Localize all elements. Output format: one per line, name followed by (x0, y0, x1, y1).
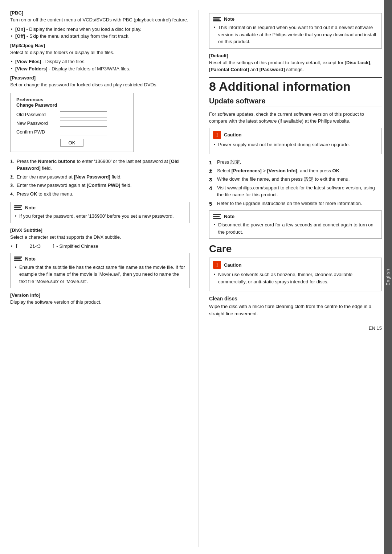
note-text-update: Disconnect the power cord for a few seco… (213, 221, 378, 235)
care-heading: Care (209, 243, 382, 255)
old-password-input[interactable] (60, 111, 107, 118)
change-password-dialog: Preferences Change Password Old Password… (10, 93, 134, 152)
caution-label-care: Caution (224, 262, 241, 268)
pbc-title: [PBC] (10, 10, 190, 16)
list-item: [View Files] - Display all the files. (10, 58, 190, 65)
note-icon-1 (14, 205, 22, 210)
caution-text-care: Never use solvents such as benzene, thin… (213, 271, 378, 285)
list-item: 2.Enter the new password at [New Passwor… (10, 173, 190, 181)
clean-discs-description: Wipe the disc with a micro fibre cleanin… (209, 303, 382, 317)
list-item: 1.Press the Numeric buttons to enter '13… (10, 158, 190, 172)
pbc-section: [PBC] Turn on or off the content menu of… (10, 10, 190, 40)
dialog-ok-row: OK (16, 139, 127, 147)
right-column: Note This information is required when y… (199, 10, 382, 547)
note-header-2: Note (14, 256, 186, 262)
caution-list-software: Power supply must not be interrupted dur… (213, 141, 378, 148)
note-text-2: Ensure that the subtitle file has the ex… (14, 264, 186, 285)
mp3-title: [Mp3/Jpeg Nav] (10, 43, 190, 48)
note-box-update: Note Disconnect the power cord for a few… (209, 210, 382, 239)
caution-icon-care: ! (213, 261, 221, 269)
update-software-heading: Update software (209, 97, 382, 107)
divx-description: Select a character set that supports the… (10, 234, 190, 241)
divx-list: [ 2i<3 ] - Simplified Chinese (10, 243, 190, 250)
note-label-update: Note (224, 214, 234, 219)
page-number: EN 15 (369, 325, 382, 331)
password-title: [Password] (10, 75, 190, 81)
step-4: 4Visit www.philips.com/support to check … (209, 184, 382, 198)
confirm-pwd-row: Confirm PWD (16, 129, 127, 135)
list-item: [On] - Display the index menu when you l… (10, 26, 190, 33)
divx-title: [DivX Subtitle] (10, 227, 190, 233)
note-list-2: Ensure that the subtitle file has the ex… (14, 264, 186, 285)
note-label-2: Note (25, 256, 36, 262)
page-footer: EN 15 (209, 323, 382, 331)
note-list-update: Disconnect the power cord for a few seco… (213, 221, 378, 235)
caution-list-care: Never use solvents such as benzene, thin… (213, 271, 378, 285)
side-language-tab: English (384, 0, 392, 554)
note-box-1: Note If you forget the password, enter '… (10, 202, 190, 223)
dialog-title: Preferences Change Password (16, 97, 127, 108)
caution-header-software: ! Caution (213, 131, 378, 139)
caution-text-software: Power supply must not be interrupted dur… (213, 141, 378, 148)
clean-discs-section: Clean discs Wipe the disc with a micro f… (209, 296, 382, 317)
caution-icon-software: ! (213, 131, 221, 139)
new-password-label: New Password (16, 120, 60, 126)
update-software-section: Update software For software updates, ch… (209, 97, 382, 239)
caution-box-care: ! Caution Never use solvents such as ben… (209, 258, 382, 291)
step-5: 5Refer to the upgrade instructions on th… (209, 200, 382, 207)
old-password-row: Old Password (16, 111, 127, 118)
note-icon-update (213, 214, 221, 219)
caution-box-software: ! Caution Power supply must not be inter… (209, 128, 382, 155)
password-instructions: 1.Press the Numeric buttons to enter '13… (10, 158, 190, 198)
caution-header-care: ! Caution (213, 261, 378, 269)
note-label-top: Note (224, 16, 234, 22)
note-header-top: Note (213, 16, 378, 22)
confirm-pwd-label: Confirm PWD (16, 129, 60, 135)
mp3-description: Select to display the folders or display… (10, 49, 190, 56)
password-section: [Password] Set or change the password fo… (10, 75, 190, 89)
new-password-input[interactable] (60, 120, 107, 127)
note-list-top: This information is required when you wa… (213, 24, 378, 45)
new-password-row: New Password (16, 120, 127, 127)
chapter-title: Additional information (219, 79, 351, 93)
right-col-top: Note This information is required when y… (209, 13, 382, 73)
pbc-description: Turn on or off the content menu of VCDs/… (10, 16, 190, 24)
mp3-section: [Mp3/Jpeg Nav] Select to display the fol… (10, 43, 190, 73)
clean-discs-heading: Clean discs (209, 296, 382, 301)
left-column: [PBC] Turn on or off the content menu of… (10, 10, 199, 547)
chapter-number: 8 (209, 79, 216, 93)
update-steps: 1Press 設定. 2Select [Preferences] > [Vers… (209, 159, 382, 207)
list-item: [View Folders] - Display the folders of … (10, 65, 190, 73)
default-description: Reset all the settings of this product t… (209, 59, 382, 73)
ok-button[interactable]: OK (60, 139, 84, 147)
note-header-1: Note (14, 205, 186, 210)
divx-section: [DivX Subtitle] Select a character set t… (10, 227, 190, 250)
version-description: Display the software version of this pro… (10, 299, 190, 306)
note-list-1: If you forget the password, enter '13690… (14, 213, 186, 220)
divx-item: [ 2i<3 ] - Simplified Chinese (10, 243, 190, 250)
mp3-list: [View Files] - Display all the files. [V… (10, 58, 190, 72)
note-label-1: Note (25, 205, 36, 210)
step-1: 1Press 設定. (209, 159, 382, 166)
note-box-top: Note This information is required when y… (209, 13, 382, 49)
note-box-2: Note Ensure that the subtitle file has t… (10, 253, 190, 288)
care-section: Care ! Caution Never use solvents such a… (209, 243, 382, 317)
default-section: [Default] Reset all the settings of this… (209, 53, 382, 73)
version-title: [Version Info] (10, 292, 190, 298)
note-text-1: If you forget the password, enter '13690… (14, 213, 186, 220)
list-item: 4.Press OK to exit the menu. (10, 190, 190, 198)
pbc-list: [On] - Display the index menu when you l… (10, 26, 190, 40)
list-item: [Off] - Skip the menu and start play fro… (10, 33, 190, 40)
note-icon-top (213, 17, 221, 21)
old-password-label: Old Password (16, 112, 60, 117)
section-divider (209, 77, 382, 78)
password-description: Set or change the password for locked di… (10, 81, 190, 89)
caution-label-software: Caution (224, 132, 241, 138)
default-title: [Default] (209, 53, 382, 58)
step-2: 2Select [Preferences] > [Version Info], … (209, 167, 382, 175)
step-3: 3Write down the file name, and then pres… (209, 176, 382, 183)
confirm-pwd-input[interactable] (60, 129, 107, 135)
chapter-heading: 8 Additional information (209, 80, 382, 93)
note-icon-2 (14, 257, 22, 261)
version-section: [Version Info] Display the software vers… (10, 292, 190, 306)
